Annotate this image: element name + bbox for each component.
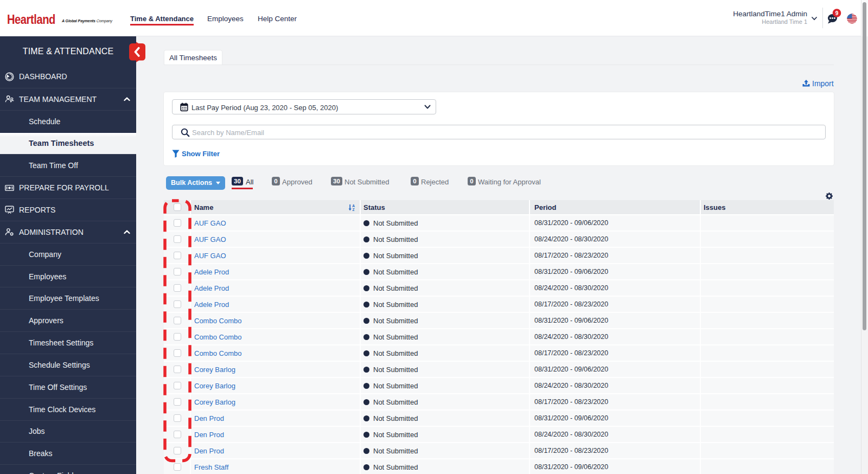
- svg-text:Z: Z: [353, 208, 355, 212]
- svg-text:9: 9: [835, 10, 839, 16]
- svg-text:A: A: [352, 204, 355, 208]
